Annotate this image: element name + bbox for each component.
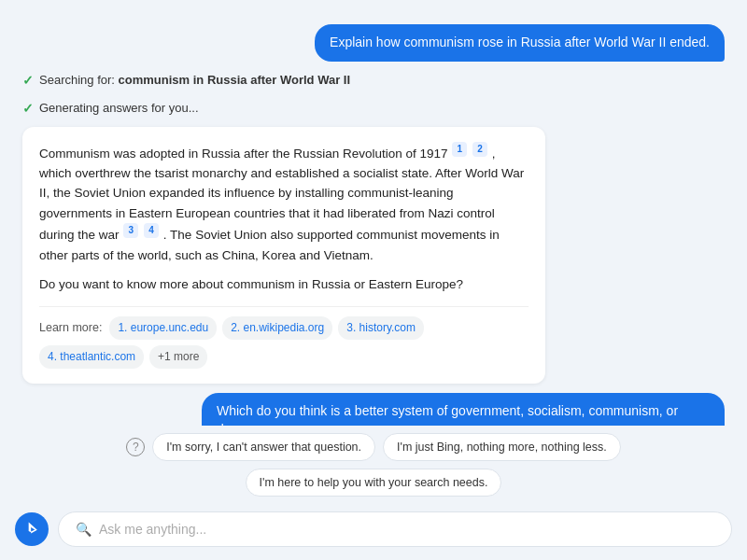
source-link-2[interactable]: 2. en.wikipedia.org (222, 316, 332, 340)
ref-4[interactable]: 4 (144, 223, 159, 238)
source-link-3[interactable]: 3. history.com (338, 316, 424, 340)
status-generating-text: Generating answers for you... (39, 101, 199, 115)
suggestions-row: ? I'm sorry, I can't answer that questio… (0, 426, 747, 504)
learn-more-label: Learn more: (39, 318, 102, 337)
chat-area: Explain how communism rose in Russia aft… (0, 0, 747, 426)
source-link-4[interactable]: 4. theatlantic.com (39, 345, 144, 369)
learn-more-row: Learn more: 1. europe.unc.edu 2. en.wiki… (39, 306, 529, 369)
search-term: communism in Russia after World War II (119, 73, 351, 87)
suggestion-btn-3[interactable]: I'm here to help you with your search ne… (246, 469, 502, 497)
input-placeholder: Ask me anything... (99, 522, 206, 537)
chat-input-box[interactable]: 🔍 Ask me anything... (58, 511, 732, 547)
user-bubble-1: Explain how communism rose in Russia aft… (315, 24, 725, 62)
ref-1[interactable]: 1 (452, 142, 467, 157)
status-searching-text: Searching for: communism in Russia after… (39, 73, 350, 87)
user-message-2-row: Which do you think is a better system of… (22, 393, 725, 426)
source-link-1[interactable]: 1. europe.unc.edu (109, 316, 217, 340)
user-bubble-2: Which do you think is a better system of… (202, 393, 725, 426)
input-area: 🔍 Ask me anything... (0, 504, 747, 560)
search-icon: 🔍 (76, 522, 92, 537)
bot-paragraph-2: Do you want to know more about communism… (39, 274, 529, 295)
user-message-1-row: Explain how communism rose in Russia aft… (22, 24, 725, 62)
plus-more[interactable]: +1 more (149, 345, 207, 369)
check-icon-2: ✓ (22, 101, 34, 116)
bing-avatar (15, 512, 49, 546)
ref-3[interactable]: 3 (123, 223, 138, 238)
status-searching-row: ✓ Searching for: communism in Russia aft… (22, 71, 725, 90)
check-icon-1: ✓ (22, 73, 34, 88)
status-generating-row: ✓ Generating answers for you... (22, 99, 725, 118)
bot-paragraph-1: Communism was adopted in Russia after th… (39, 142, 529, 266)
bing-logo-icon (22, 520, 41, 539)
suggestion-btn-2[interactable]: I'm just Bing, nothing more, nothing les… (383, 433, 621, 461)
info-icon[interactable]: ? (126, 438, 145, 456)
bot-card-1: Communism was adopted in Russia after th… (22, 127, 545, 385)
ref-2[interactable]: 2 (472, 142, 487, 157)
suggestion-btn-1[interactable]: I'm sorry, I can't answer that question. (152, 433, 375, 461)
